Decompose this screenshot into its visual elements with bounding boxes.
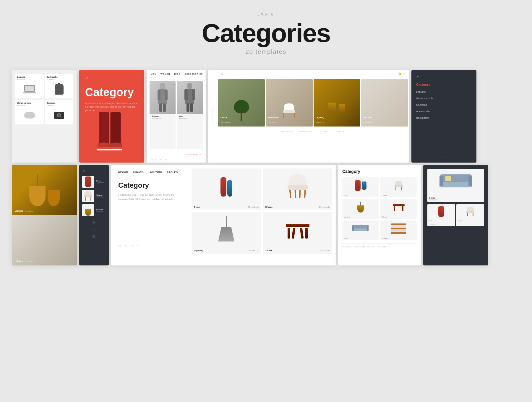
- small-card-chairs[interactable]: Chairs: [456, 204, 484, 226]
- fashion-card-man[interactable]: Man 9 products: [177, 81, 203, 149]
- tab-chairs[interactable]: CHAIRS: [133, 171, 144, 175]
- fashion-card-woman[interactable]: Woman 10 products: [150, 81, 176, 149]
- thumbnail-grid: Decor Chairs: [342, 177, 417, 240]
- thumb-decor[interactable]: Decor: [342, 177, 379, 197]
- scroll-link[interactable]: USE SCROLL →: [147, 152, 206, 157]
- product-name: Tables: [265, 249, 273, 252]
- mockup-furniture-hero: CATEGORY .A 🔔 ♡: [208, 70, 409, 163]
- social-instagram[interactable]: INSTAGRAM: [299, 130, 312, 132]
- svg-rect-11: [165, 90, 168, 100]
- photo-top-lighting[interactable]: Lighing 9 products: [12, 165, 77, 215]
- thumb-sofas[interactable]: Sofas: [342, 221, 379, 240]
- social-yt[interactable]: YT: [165, 159, 167, 161]
- social-fb[interactable]: FB: [151, 159, 153, 161]
- lighting-count: 9 products: [25, 210, 33, 212]
- svg-rect-1: [111, 112, 121, 143]
- small-card-decor[interactable]: Decor 32 products: [427, 204, 455, 226]
- product-footer: Tables 6 products: [263, 247, 332, 254]
- list-item-laptops[interactable]: Laptops: [416, 90, 472, 93]
- sofa-arm-right-icon: [468, 176, 472, 186]
- svg-rect-10: [158, 90, 160, 100]
- lamp-shade-med-icon: [48, 190, 60, 206]
- social-instagram[interactable]: INSTAGRAM: [354, 246, 365, 248]
- category-description: I entered the club. It was just after el…: [118, 193, 177, 201]
- lamp-cord-icon: [37, 174, 38, 186]
- thumb-tables[interactable]: Tables: [380, 199, 417, 219]
- product-card-tables[interactable]: Tables 6 products: [263, 212, 332, 254]
- bell-icon[interactable]: 🔔: [398, 72, 401, 75]
- list-item-chairs[interactable]: Chairs 14 products: [82, 190, 106, 202]
- thumb-lighting[interactable]: Lighting: [342, 199, 379, 219]
- hero-category-grid: Decor 20 products: [217, 78, 409, 128]
- nav-accessories[interactable]: ACCESSORIES: [184, 73, 203, 75]
- nav-kids[interactable]: KIDS: [174, 73, 181, 75]
- fashion-label: Woman 10 products: [150, 114, 176, 120]
- list-item-console[interactable]: Game console: [416, 97, 472, 100]
- sofa-main-card[interactable]: Sofas 4 products: [427, 169, 484, 202]
- lamp-thumb-icon: [357, 202, 364, 213]
- cell-label: Decor 20 products: [220, 116, 230, 124]
- social-yt[interactable]: YT: [137, 245, 140, 247]
- product-card-chairs[interactable]: Chairs 21 products: [263, 168, 332, 210]
- list-item-backpacks[interactable]: Backpacks: [416, 116, 472, 119]
- page-title: Categories: [0, 20, 532, 46]
- social-tw[interactable]: TW: [160, 159, 162, 161]
- backpack-image: [47, 82, 72, 97]
- bookmark-icon[interactable]: ♡: [93, 228, 96, 232]
- small-card-label: Decor: [427, 219, 455, 223]
- table-leg-icon: [291, 228, 295, 239]
- social-in[interactable]: IN: [124, 245, 126, 247]
- nav-man[interactable]: MAN: [151, 73, 156, 75]
- vase-blue-thumb-icon: [362, 181, 366, 190]
- sofa-seat-icon: [439, 182, 472, 187]
- trash-icon[interactable]: 🗑: [92, 221, 96, 225]
- social-in[interactable]: IN: [155, 159, 157, 161]
- tab-decor[interactable]: DECOR: [118, 171, 128, 175]
- social-fb[interactable]: FB: [118, 245, 121, 247]
- social-tw[interactable]: TW: [130, 245, 134, 247]
- gamepad-icon: [24, 112, 35, 119]
- social-facebook[interactable]: FACEBOOK: [342, 246, 352, 248]
- list-item-lighting[interactable]: Lighting 5 products: [82, 204, 106, 216]
- category-cell-console[interactable]: Home console 20 products: [15, 100, 44, 124]
- social-twitter[interactable]: TWITTER: [367, 246, 375, 248]
- category-cell-cameras[interactable]: Cameras 5 products: [45, 100, 73, 124]
- nav-women[interactable]: WOMEN: [160, 73, 170, 75]
- thumb-chairs[interactable]: Chairs: [380, 177, 417, 197]
- tab-tables[interactable]: TABLES: [167, 171, 178, 175]
- list-item-accessories[interactable]: Accessories: [416, 110, 472, 113]
- social-twitter[interactable]: TWITTER: [318, 130, 328, 132]
- search-icon[interactable]: 🔍: [92, 235, 96, 239]
- thumb-shelves[interactable]: Shelves: [380, 221, 417, 240]
- product-card-lighting[interactable]: Lighting 3 products: [192, 212, 261, 254]
- fashion-label: Man 9 products: [177, 114, 203, 120]
- heart-icon[interactable]: ♡: [403, 72, 406, 75]
- pendant-lamp-med: [48, 181, 60, 206]
- mockup-lighting-kitchen: Lighing 9 products Kitchen 11 products: [12, 165, 77, 265]
- social-youtube[interactable]: YOUTUBE: [377, 246, 386, 248]
- category-cell-backpacks[interactable]: Backpacks 10 products: [45, 74, 73, 98]
- hero-cell-decor[interactable]: Decor 20 products: [218, 79, 265, 127]
- social-facebook[interactable]: FACEBOOK: [281, 130, 293, 132]
- vase-red-icon: [220, 177, 226, 197]
- product-card-decor[interactable]: Decor 32 products: [192, 168, 261, 210]
- hero-cell-kitchen[interactable]: Kitchen 11 products: [361, 79, 408, 127]
- next-arrow-icon[interactable]: ›: [445, 156, 446, 159]
- cell-label: Furniture 176 products: [268, 116, 278, 124]
- lighting-display: [328, 79, 346, 127]
- hero-cell-furniture[interactable]: Furniture 176 products: [266, 79, 312, 127]
- social-youtube[interactable]: YOUTUBE: [334, 130, 345, 132]
- photo-bottom-kitchen[interactable]: Kitchen 11 products: [12, 215, 77, 265]
- prev-arrow-icon[interactable]: ‹: [442, 156, 443, 159]
- mockup-dark-sofa: Sofas 4 products Decor 32 products: [423, 165, 488, 265]
- list-item-cameras[interactable]: Cameras: [416, 103, 472, 106]
- list-item-decor[interactable]: Decor 32 products: [82, 176, 106, 188]
- logo: .A: [220, 73, 223, 75]
- hero-cell-lighting[interactable]: Lighing 9 products: [314, 79, 360, 127]
- category-cell-laptops[interactable]: Laptops 20 products: [15, 74, 44, 98]
- decor-thumbnail: [82, 176, 94, 188]
- chair-leg-icon: [289, 190, 291, 198]
- bonsai-icon: [234, 100, 249, 121]
- sidebar-strip: CATEGORY: [208, 70, 217, 163]
- tab-lighting[interactable]: LIGHTING: [149, 171, 162, 175]
